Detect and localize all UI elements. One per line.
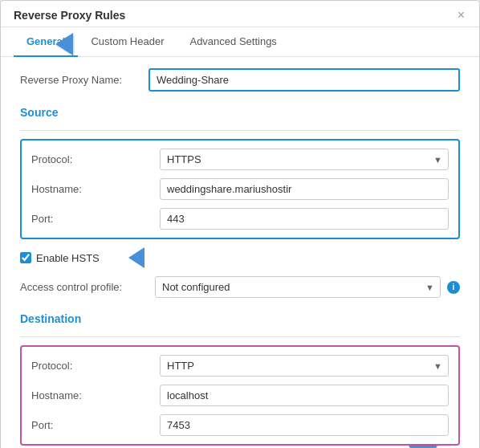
source-divider	[20, 130, 460, 131]
source-port-field-wrapper	[160, 208, 449, 230]
source-protocol-select-wrapper: HTTPS HTTP ▼	[160, 149, 449, 170]
dest-protocol-field-wrapper: HTTP HTTPS ▼	[160, 355, 449, 377]
enable-hsts-row: Enable HSTS	[20, 247, 460, 268]
dest-hostname-label: Hostname:	[31, 389, 160, 401]
access-control-select[interactable]: Not configured	[155, 276, 441, 298]
dest-hostname-field-wrapper	[160, 385, 449, 406]
dest-protocol-select-wrapper: HTTP HTTPS ▼	[160, 355, 449, 377]
tab-arrow-left-icon	[55, 33, 73, 55]
source-port-row: Port:	[31, 208, 449, 230]
hsts-arrow-icon	[128, 247, 144, 268]
dest-protocol-select[interactable]: HTTP HTTPS	[160, 355, 449, 377]
title-bar: Reverse Proxy Rules ×	[1, 1, 479, 27]
destination-box: Protocol: HTTP HTTPS ▼ Hostname:	[20, 345, 460, 446]
source-hostname-field-wrapper	[160, 178, 449, 200]
source-hostname-row: Hostname:	[31, 178, 449, 200]
tabs-bar: General Custom Header Advanced Settings	[1, 27, 479, 57]
dest-port-label: Port:	[31, 419, 160, 431]
dest-protocol-label: Protocol:	[31, 360, 160, 372]
dest-port-input[interactable]	[160, 414, 449, 436]
dest-port-row: Port:	[31, 414, 449, 436]
source-protocol-row: Protocol: HTTPS HTTP ▼	[31, 149, 449, 170]
dest-protocol-row: Protocol: HTTP HTTPS ▼	[31, 355, 449, 377]
proxy-name-field-wrapper	[148, 68, 460, 92]
access-control-select-wrapper: Not configured ▼	[155, 276, 441, 298]
source-port-label: Port:	[31, 213, 160, 225]
source-port-input[interactable]	[160, 208, 449, 230]
access-control-row: Access control profile: Not configured ▼…	[20, 276, 460, 298]
tab-advanced-settings[interactable]: Advanced Settings	[177, 27, 289, 57]
source-protocol-select[interactable]: HTTPS HTTP	[160, 149, 449, 170]
dialog-title: Reverse Proxy Rules	[14, 9, 125, 22]
access-control-label: Access control profile:	[20, 281, 148, 293]
source-protocol-field-wrapper: HTTPS HTTP ▼	[160, 149, 449, 170]
enable-hsts-label: Enable HSTS	[36, 252, 100, 264]
source-hostname-input[interactable]	[160, 178, 449, 200]
proxy-name-input[interactable]	[148, 68, 460, 92]
dest-port-field-wrapper	[160, 414, 449, 436]
dest-hostname-input[interactable]	[160, 385, 449, 406]
close-button[interactable]: ×	[456, 9, 466, 22]
source-box: Protocol: HTTPS HTTP ▼ Hostname:	[20, 139, 460, 239]
source-hostname-label: Hostname:	[31, 183, 160, 195]
tab-content-general: Reverse Proxy Name: Source Protocol: HTT…	[1, 57, 479, 448]
proxy-name-row: Reverse Proxy Name:	[20, 68, 460, 92]
dest-hostname-row: Hostname:	[31, 385, 449, 406]
destination-divider	[20, 336, 460, 337]
destination-section-title: Destination	[20, 312, 460, 325]
enable-hsts-checkbox[interactable]	[20, 252, 31, 263]
dialog: Reverse Proxy Rules × General Custom Hea…	[0, 0, 480, 448]
access-control-info-icon: i	[447, 281, 460, 294]
source-protocol-label: Protocol:	[31, 153, 160, 165]
proxy-name-label: Reverse Proxy Name:	[20, 74, 148, 86]
tab-custom-header[interactable]: Custom Header	[78, 27, 177, 57]
source-section-title: Source	[20, 106, 460, 119]
